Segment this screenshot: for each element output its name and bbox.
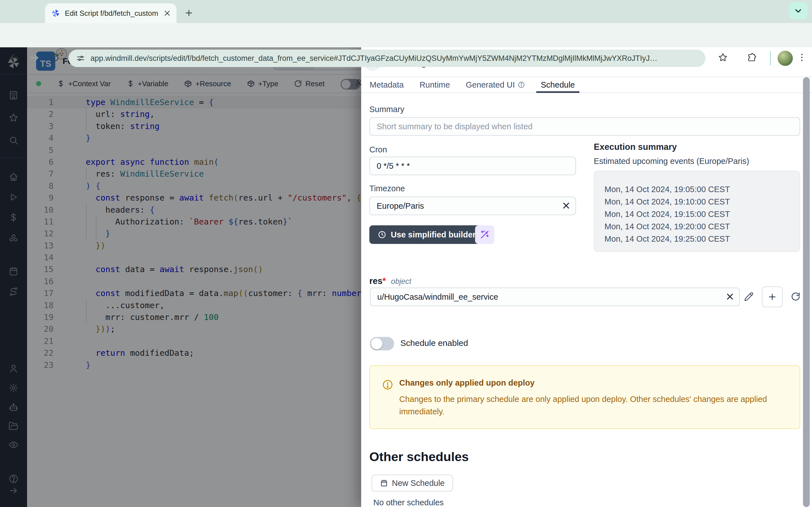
settings-drawer: Settings MetadataRuntimeGenerated UISche…: [361, 47, 812, 507]
refresh-resource-icon[interactable]: [791, 292, 801, 301]
new-schedule-button[interactable]: New Schedule: [371, 474, 453, 492]
browser-tab-strip: Edit Script f/bd/fetch_custom: [0, 0, 812, 23]
wand-icon: [480, 230, 490, 239]
res-field-type: object: [391, 277, 411, 286]
tab-label: Metadata: [370, 80, 404, 90]
tab-label: Runtime: [419, 80, 450, 90]
builder-button-label: Use simplified builder: [391, 230, 476, 239]
edit-resource-pencil-icon[interactable]: [744, 292, 754, 301]
add-resource-button[interactable]: [762, 286, 783, 307]
calendar-icon: [380, 479, 388, 487]
upcoming-event: Mon, 14 Oct 2024, 19:20:00 CEST: [605, 220, 800, 233]
windmill-logo-icon: [51, 8, 60, 18]
cron-input[interactable]: [369, 157, 576, 175]
summary-label: Summary: [369, 105, 404, 114]
warning-title: Changes only applied upon deploy: [399, 378, 535, 388]
upcoming-event: Mon, 14 Oct 2024, 19:15:00 CEST: [605, 208, 800, 220]
execution-summary-title: Execution summary: [594, 142, 677, 152]
no-other-schedules-text: No other schedules: [373, 498, 444, 507]
site-settings-icon[interactable]: [77, 54, 85, 62]
back-button[interactable]: [9, 52, 21, 64]
resource-clear-icon[interactable]: [726, 292, 734, 301]
tab-label: Generated UI: [466, 80, 515, 90]
info-icon: [518, 81, 525, 89]
other-schedules-title: Other schedules: [369, 450, 469, 464]
close-icon: [163, 10, 171, 17]
settings-tab-runtime[interactable]: Runtime: [415, 77, 455, 93]
close-icon: [726, 292, 734, 301]
execution-summary-subtitle: Estimated upcoming events (Europe/Paris): [594, 157, 749, 166]
tab-search-chevron-button[interactable]: [789, 2, 808, 19]
plus-icon: [767, 292, 777, 302]
browser-menu-icon[interactable]: [797, 52, 809, 64]
clock-icon: [378, 230, 386, 239]
arrow-left-icon: [9, 52, 20, 63]
clock-icon: [378, 230, 386, 239]
res-field-name: res: [369, 276, 383, 286]
cron-label: Cron: [369, 145, 387, 154]
browser-toolbar: app.windmill.dev/scripts/edit/f/bd/fetch…: [0, 23, 812, 47]
settings-tab-generated-ui[interactable]: Generated UI: [461, 77, 529, 93]
reload-icon: [50, 52, 60, 62]
toolbar-divider: [770, 51, 771, 65]
arrow-right-icon: [29, 52, 40, 63]
tab-title: Edit Script f/bd/fetch_custom: [65, 9, 159, 18]
extensions-icon[interactable]: [747, 52, 758, 64]
timezone-input[interactable]: [369, 196, 576, 215]
timezone-clear-icon[interactable]: [562, 202, 570, 210]
pencil-icon: [744, 292, 754, 301]
timezone-label: Timezone: [369, 184, 405, 193]
bookmark-star-icon[interactable]: [718, 52, 730, 64]
browser-tab[interactable]: Edit Script f/bd/fetch_custom: [45, 3, 176, 23]
drawer-scrollbar[interactable]: [803, 77, 810, 507]
warning-icon: [382, 379, 393, 390]
profile-avatar[interactable]: [777, 51, 793, 66]
warning-body: Changes to the primary schedule are only…: [399, 393, 785, 418]
res-field-header: res* object: [369, 276, 411, 286]
new-tab-button[interactable]: [183, 7, 195, 19]
summary-input[interactable]: [369, 117, 800, 136]
calendar-icon: [380, 479, 388, 487]
dots-icon: [797, 52, 807, 62]
required-asterisk: *: [383, 276, 386, 286]
rotate-icon: [791, 292, 801, 301]
upcoming-event: Mon, 14 Oct 2024, 19:25:00 CEST: [605, 233, 800, 245]
plus-icon: [184, 8, 194, 18]
tune-icon: [77, 54, 85, 62]
url-text: app.windmill.dev/scripts/edit/f/bd/fetch…: [91, 54, 657, 63]
settings-tab-metadata[interactable]: Metadata: [365, 77, 408, 93]
deploy-warning-box: Changes only applied upon deploy Changes…: [369, 365, 800, 429]
warning-icon: [382, 379, 393, 390]
settings-tabs: MetadataRuntimeGenerated UISchedule: [361, 76, 812, 93]
windmill-favicon-icon: [51, 8, 60, 18]
star-icon: [718, 52, 728, 62]
ai-wand-button[interactable]: [475, 225, 494, 244]
new-schedule-label: New Schedule: [392, 478, 445, 488]
tab-label: Schedule: [541, 80, 575, 90]
upcoming-events-panel: Mon, 14 Oct 2024, 19:05:00 CESTMon, 14 O…: [594, 171, 800, 252]
upcoming-event: Mon, 14 Oct 2024, 19:05:00 CEST: [605, 183, 800, 195]
settings-tab-schedule[interactable]: Schedule: [536, 77, 579, 93]
upcoming-event: Mon, 14 Oct 2024, 19:10:00 CEST: [605, 195, 800, 208]
modal-dim-overlay[interactable]: [0, 47, 361, 507]
chevron-down-icon: [794, 6, 803, 15]
schedule-enabled-label: Schedule enabled: [400, 338, 468, 348]
schedule-enabled-toggle[interactable]: [370, 337, 394, 350]
forward-button[interactable]: [29, 52, 41, 64]
reload-button[interactable]: [50, 52, 61, 64]
close-icon: [562, 202, 570, 210]
puzzle-icon: [747, 52, 757, 62]
use-simplified-builder-button[interactable]: Use simplified builder: [369, 225, 484, 244]
address-bar[interactable]: app.windmill.dev/scripts/edit/f/bd/fetch…: [68, 50, 705, 67]
resource-input[interactable]: [370, 288, 740, 306]
tab-close-icon[interactable]: [163, 10, 171, 17]
